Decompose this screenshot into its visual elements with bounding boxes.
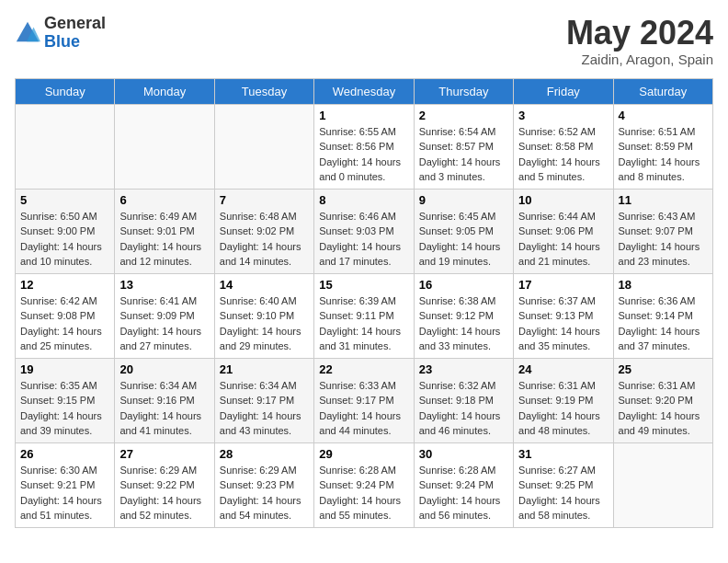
calendar-cell: 11 Sunrise: 6:43 AM Sunset: 9:07 PM Dayl… bbox=[613, 189, 712, 273]
sunrise-text: Sunrise: 6:46 AM bbox=[319, 211, 396, 222]
daylight-text: Daylight: 14 hours and 49 minutes. bbox=[619, 410, 700, 437]
sunrise-text: Sunrise: 6:45 AM bbox=[419, 211, 496, 222]
daylight-text: Daylight: 14 hours and 19 minutes. bbox=[419, 241, 501, 268]
logo-general-text: General bbox=[44, 14, 106, 32]
sunset-text: Sunset: 9:15 PM bbox=[20, 395, 95, 406]
daylight-text: Daylight: 14 hours and 48 minutes. bbox=[518, 410, 600, 437]
daylight-text: Daylight: 14 hours and 3 minutes. bbox=[419, 156, 501, 183]
sunset-text: Sunset: 9:06 PM bbox=[518, 225, 593, 236]
daylight-text: Daylight: 14 hours and 51 minutes. bbox=[20, 495, 102, 522]
calendar-cell: 22 Sunrise: 6:33 AM Sunset: 9:17 PM Dayl… bbox=[314, 358, 414, 442]
calendar-cell: 29 Sunrise: 6:28 AM Sunset: 9:24 PM Dayl… bbox=[314, 442, 414, 527]
day-number: 31 bbox=[518, 447, 608, 461]
day-info: Sunrise: 6:28 AM Sunset: 9:24 PM Dayligh… bbox=[419, 463, 508, 523]
daylight-text: Daylight: 14 hours and 37 minutes. bbox=[619, 326, 700, 352]
logo: General Blue bbox=[15, 15, 106, 52]
day-info: Sunrise: 6:41 AM Sunset: 9:09 PM Dayligh… bbox=[119, 293, 209, 354]
sunrise-text: Sunrise: 6:52 AM bbox=[518, 126, 596, 137]
calendar-cell: 25 Sunrise: 6:31 AM Sunset: 9:20 PM Dayl… bbox=[613, 358, 712, 442]
day-info: Sunrise: 6:44 AM Sunset: 9:06 PM Dayligh… bbox=[518, 209, 608, 270]
calendar-table: SundayMondayTuesdayWednesdayThursdayFrid… bbox=[15, 78, 713, 528]
sunset-text: Sunset: 9:23 PM bbox=[220, 479, 294, 490]
daylight-text: Daylight: 14 hours and 56 minutes. bbox=[419, 495, 501, 522]
daylight-text: Daylight: 14 hours and 12 minutes. bbox=[119, 241, 201, 268]
day-number: 5 bbox=[20, 193, 109, 207]
sunset-text: Sunset: 9:24 PM bbox=[319, 479, 393, 490]
calendar-cell: 9 Sunrise: 6:45 AM Sunset: 9:05 PM Dayli… bbox=[414, 189, 513, 273]
day-info: Sunrise: 6:39 AM Sunset: 9:11 PM Dayligh… bbox=[319, 293, 408, 354]
daylight-text: Daylight: 14 hours and 54 minutes. bbox=[220, 495, 301, 522]
sunrise-text: Sunrise: 6:50 AM bbox=[20, 211, 97, 222]
daylight-text: Daylight: 14 hours and 5 minutes. bbox=[518, 156, 600, 183]
sunrise-text: Sunrise: 6:51 AM bbox=[619, 126, 696, 137]
day-info: Sunrise: 6:55 AM Sunset: 8:56 PM Dayligh… bbox=[319, 124, 408, 185]
calendar-cell bbox=[16, 104, 115, 189]
calendar-cell: 10 Sunrise: 6:44 AM Sunset: 9:06 PM Dayl… bbox=[514, 189, 613, 273]
day-number: 1 bbox=[319, 109, 408, 122]
daylight-text: Daylight: 14 hours and 39 minutes. bbox=[20, 410, 102, 437]
day-number: 23 bbox=[419, 362, 508, 376]
daylight-text: Daylight: 14 hours and 0 minutes. bbox=[319, 156, 401, 183]
sunrise-text: Sunrise: 6:36 AM bbox=[619, 295, 696, 306]
sunrise-text: Sunrise: 6:49 AM bbox=[119, 211, 197, 222]
weekday-header-tuesday: Tuesday bbox=[214, 78, 313, 104]
sunset-text: Sunset: 9:25 PM bbox=[518, 479, 593, 490]
sunset-text: Sunset: 9:08 PM bbox=[20, 310, 95, 321]
day-info: Sunrise: 6:42 AM Sunset: 9:08 PM Dayligh… bbox=[20, 293, 109, 354]
calendar-location: Zaidin, Aragon, Spain bbox=[566, 52, 713, 67]
sunrise-text: Sunrise: 6:37 AM bbox=[518, 295, 596, 306]
day-number: 2 bbox=[419, 109, 508, 122]
day-number: 17 bbox=[518, 278, 608, 292]
weekday-header-wednesday: Wednesday bbox=[314, 78, 414, 104]
day-info: Sunrise: 6:54 AM Sunset: 8:57 PM Dayligh… bbox=[419, 124, 508, 185]
sunrise-text: Sunrise: 6:31 AM bbox=[518, 380, 596, 391]
weekday-header-row: SundayMondayTuesdayWednesdayThursdayFrid… bbox=[16, 78, 713, 104]
sunset-text: Sunset: 9:00 PM bbox=[20, 225, 95, 236]
day-info: Sunrise: 6:50 AM Sunset: 9:00 PM Dayligh… bbox=[20, 209, 109, 270]
sunrise-text: Sunrise: 6:55 AM bbox=[319, 126, 396, 137]
day-info: Sunrise: 6:37 AM Sunset: 9:13 PM Dayligh… bbox=[518, 293, 608, 354]
day-number: 27 bbox=[119, 447, 209, 461]
calendar-cell: 20 Sunrise: 6:34 AM Sunset: 9:16 PM Dayl… bbox=[115, 358, 214, 442]
calendar-cell bbox=[115, 104, 214, 189]
day-info: Sunrise: 6:34 AM Sunset: 9:16 PM Dayligh… bbox=[119, 378, 209, 439]
weekday-header-friday: Friday bbox=[514, 78, 613, 104]
calendar-cell: 24 Sunrise: 6:31 AM Sunset: 9:19 PM Dayl… bbox=[514, 358, 613, 442]
sunset-text: Sunset: 9:17 PM bbox=[319, 395, 393, 406]
sunset-text: Sunset: 9:11 PM bbox=[319, 310, 393, 321]
day-info: Sunrise: 6:29 AM Sunset: 9:22 PM Dayligh… bbox=[119, 463, 209, 523]
day-number: 30 bbox=[419, 447, 508, 461]
calendar-cell: 28 Sunrise: 6:29 AM Sunset: 9:23 PM Dayl… bbox=[214, 442, 313, 527]
sunrise-text: Sunrise: 6:27 AM bbox=[518, 465, 596, 476]
calendar-week-row: 12 Sunrise: 6:42 AM Sunset: 9:08 PM Dayl… bbox=[16, 273, 713, 358]
day-number: 12 bbox=[20, 278, 109, 292]
calendar-cell: 2 Sunrise: 6:54 AM Sunset: 8:57 PM Dayli… bbox=[414, 104, 513, 189]
sunrise-text: Sunrise: 6:54 AM bbox=[419, 126, 496, 137]
sunrise-text: Sunrise: 6:28 AM bbox=[319, 465, 396, 476]
sunrise-text: Sunrise: 6:33 AM bbox=[319, 380, 396, 391]
sunrise-text: Sunrise: 6:29 AM bbox=[119, 465, 197, 476]
sunset-text: Sunset: 8:59 PM bbox=[619, 141, 693, 152]
day-number: 25 bbox=[619, 362, 708, 376]
title-block: May 2024 Zaidin, Aragon, Spain bbox=[566, 15, 713, 67]
sunset-text: Sunset: 9:10 PM bbox=[220, 310, 294, 321]
sunset-text: Sunset: 9:22 PM bbox=[119, 479, 194, 490]
daylight-text: Daylight: 14 hours and 21 minutes. bbox=[518, 241, 600, 268]
day-info: Sunrise: 6:34 AM Sunset: 9:17 PM Dayligh… bbox=[220, 378, 309, 439]
day-info: Sunrise: 6:27 AM Sunset: 9:25 PM Dayligh… bbox=[518, 463, 608, 523]
daylight-text: Daylight: 14 hours and 43 minutes. bbox=[220, 410, 301, 437]
daylight-text: Daylight: 14 hours and 52 minutes. bbox=[119, 495, 201, 522]
day-info: Sunrise: 6:38 AM Sunset: 9:12 PM Dayligh… bbox=[419, 293, 508, 354]
day-number: 26 bbox=[20, 447, 109, 461]
day-info: Sunrise: 6:49 AM Sunset: 9:01 PM Dayligh… bbox=[119, 209, 209, 270]
calendar-cell: 1 Sunrise: 6:55 AM Sunset: 8:56 PM Dayli… bbox=[314, 104, 414, 189]
calendar-cell: 3 Sunrise: 6:52 AM Sunset: 8:58 PM Dayli… bbox=[514, 104, 613, 189]
day-number: 11 bbox=[619, 193, 708, 207]
sunrise-text: Sunrise: 6:39 AM bbox=[319, 295, 396, 306]
day-info: Sunrise: 6:30 AM Sunset: 9:21 PM Dayligh… bbox=[20, 463, 109, 523]
weekday-header-sunday: Sunday bbox=[16, 78, 115, 104]
sunrise-text: Sunrise: 6:44 AM bbox=[518, 211, 596, 222]
calendar-cell: 7 Sunrise: 6:48 AM Sunset: 9:02 PM Dayli… bbox=[214, 189, 313, 273]
daylight-text: Daylight: 14 hours and 14 minutes. bbox=[220, 241, 301, 268]
weekday-header-monday: Monday bbox=[115, 78, 214, 104]
